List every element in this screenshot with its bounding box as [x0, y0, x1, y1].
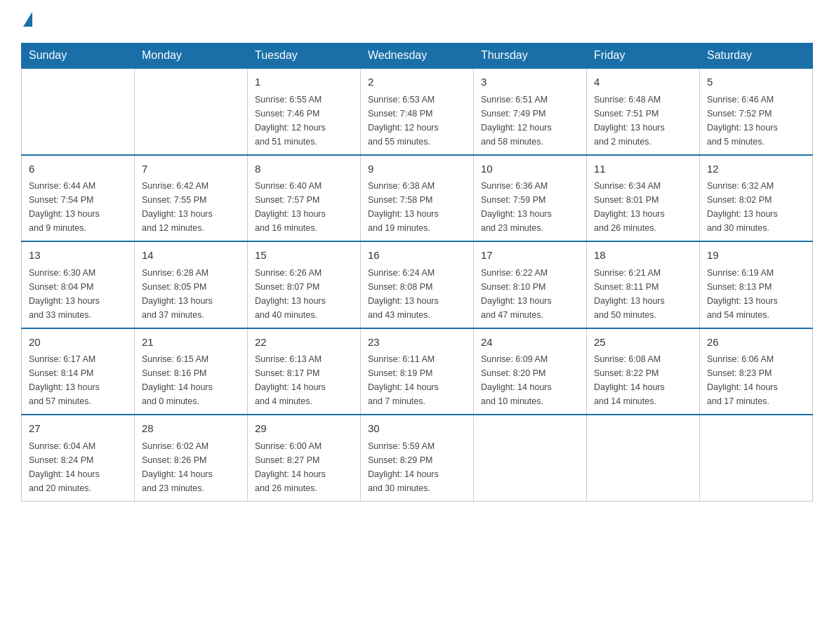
calendar-day-cell — [22, 68, 135, 155]
calendar-day-cell: 8Sunrise: 6:40 AM Sunset: 7:57 PM Daylig… — [248, 155, 361, 242]
day-info: Sunrise: 6:34 AM Sunset: 8:01 PM Dayligh… — [594, 179, 692, 235]
day-number: 23 — [368, 335, 466, 351]
calendar-day-cell: 17Sunrise: 6:22 AM Sunset: 8:10 PM Dayli… — [474, 241, 587, 328]
calendar-header-row: SundayMondayTuesdayWednesdayThursdayFrid… — [22, 43, 813, 69]
calendar-day-cell: 26Sunrise: 6:06 AM Sunset: 8:23 PM Dayli… — [700, 328, 813, 415]
day-info: Sunrise: 6:46 AM Sunset: 7:52 PM Dayligh… — [707, 93, 805, 149]
day-info: Sunrise: 6:13 AM Sunset: 8:17 PM Dayligh… — [255, 352, 353, 408]
day-info: Sunrise: 6:38 AM Sunset: 7:58 PM Dayligh… — [368, 179, 466, 235]
calendar-day-cell: 14Sunrise: 6:28 AM Sunset: 8:05 PM Dayli… — [135, 241, 248, 328]
day-info: Sunrise: 6:00 AM Sunset: 8:27 PM Dayligh… — [255, 439, 353, 495]
day-info: Sunrise: 6:15 AM Sunset: 8:16 PM Dayligh… — [142, 352, 240, 408]
day-number: 22 — [255, 335, 353, 351]
day-number: 18 — [594, 248, 692, 264]
day-info: Sunrise: 6:17 AM Sunset: 8:14 PM Dayligh… — [29, 352, 127, 408]
day-number: 3 — [481, 74, 579, 90]
calendar-day-cell: 3Sunrise: 6:51 AM Sunset: 7:49 PM Daylig… — [474, 68, 587, 155]
day-info: Sunrise: 6:48 AM Sunset: 7:51 PM Dayligh… — [594, 93, 692, 149]
calendar-header-sunday: Sunday — [22, 43, 135, 69]
day-number: 5 — [707, 74, 805, 90]
calendar-day-cell: 16Sunrise: 6:24 AM Sunset: 8:08 PM Dayli… — [361, 241, 474, 328]
day-info: Sunrise: 6:02 AM Sunset: 8:26 PM Dayligh… — [142, 439, 240, 495]
calendar-day-cell — [700, 415, 813, 501]
calendar-header-friday: Friday — [587, 43, 700, 69]
page-header — [21, 14, 813, 29]
day-number: 11 — [594, 161, 692, 177]
calendar-day-cell: 29Sunrise: 6:00 AM Sunset: 8:27 PM Dayli… — [248, 415, 361, 501]
day-number: 8 — [255, 161, 353, 177]
day-info: Sunrise: 6:53 AM Sunset: 7:48 PM Dayligh… — [368, 93, 466, 149]
day-info: Sunrise: 5:59 AM Sunset: 8:29 PM Dayligh… — [368, 439, 466, 495]
logo-triangle-icon — [23, 12, 32, 27]
day-info: Sunrise: 6:08 AM Sunset: 8:22 PM Dayligh… — [594, 352, 692, 408]
calendar-day-cell: 24Sunrise: 6:09 AM Sunset: 8:20 PM Dayli… — [474, 328, 587, 415]
day-number: 30 — [368, 421, 466, 437]
calendar-day-cell: 2Sunrise: 6:53 AM Sunset: 7:48 PM Daylig… — [361, 68, 474, 155]
calendar-day-cell: 21Sunrise: 6:15 AM Sunset: 8:16 PM Dayli… — [135, 328, 248, 415]
day-number: 24 — [481, 335, 579, 351]
day-info: Sunrise: 6:04 AM Sunset: 8:24 PM Dayligh… — [29, 439, 127, 495]
calendar-day-cell: 5Sunrise: 6:46 AM Sunset: 7:52 PM Daylig… — [700, 68, 813, 155]
calendar-day-cell: 23Sunrise: 6:11 AM Sunset: 8:19 PM Dayli… — [361, 328, 474, 415]
day-number: 13 — [29, 248, 127, 264]
day-number: 15 — [255, 248, 353, 264]
calendar-day-cell: 10Sunrise: 6:36 AM Sunset: 7:59 PM Dayli… — [474, 155, 587, 242]
calendar-week-row: 13Sunrise: 6:30 AM Sunset: 8:04 PM Dayli… — [22, 241, 813, 328]
day-number: 19 — [707, 248, 805, 264]
day-info: Sunrise: 6:24 AM Sunset: 8:08 PM Dayligh… — [368, 266, 466, 322]
day-number: 29 — [255, 421, 353, 437]
day-info: Sunrise: 6:36 AM Sunset: 7:59 PM Dayligh… — [481, 179, 579, 235]
day-number: 6 — [29, 161, 127, 177]
calendar-day-cell: 18Sunrise: 6:21 AM Sunset: 8:11 PM Dayli… — [587, 241, 700, 328]
calendar-day-cell — [587, 415, 700, 501]
calendar-day-cell: 7Sunrise: 6:42 AM Sunset: 7:55 PM Daylig… — [135, 155, 248, 242]
day-info: Sunrise: 6:06 AM Sunset: 8:23 PM Dayligh… — [707, 352, 805, 408]
calendar-day-cell: 13Sunrise: 6:30 AM Sunset: 8:04 PM Dayli… — [22, 241, 135, 328]
day-info: Sunrise: 6:26 AM Sunset: 8:07 PM Dayligh… — [255, 266, 353, 322]
calendar-day-cell: 19Sunrise: 6:19 AM Sunset: 8:13 PM Dayli… — [700, 241, 813, 328]
calendar-day-cell: 15Sunrise: 6:26 AM Sunset: 8:07 PM Dayli… — [248, 241, 361, 328]
day-number: 25 — [594, 335, 692, 351]
day-number: 14 — [142, 248, 240, 264]
calendar-day-cell — [135, 68, 248, 155]
calendar-header-monday: Monday — [135, 43, 248, 69]
day-number: 4 — [594, 74, 692, 90]
calendar-day-cell: 4Sunrise: 6:48 AM Sunset: 7:51 PM Daylig… — [587, 68, 700, 155]
calendar-week-row: 1Sunrise: 6:55 AM Sunset: 7:46 PM Daylig… — [22, 68, 813, 155]
calendar-day-cell: 9Sunrise: 6:38 AM Sunset: 7:58 PM Daylig… — [361, 155, 474, 242]
calendar-day-cell: 27Sunrise: 6:04 AM Sunset: 8:24 PM Dayli… — [22, 415, 135, 501]
calendar-header-wednesday: Wednesday — [361, 43, 474, 69]
day-number: 27 — [29, 421, 127, 437]
day-info: Sunrise: 6:21 AM Sunset: 8:11 PM Dayligh… — [594, 266, 692, 322]
calendar-day-cell: 28Sunrise: 6:02 AM Sunset: 8:26 PM Dayli… — [135, 415, 248, 501]
calendar-week-row: 6Sunrise: 6:44 AM Sunset: 7:54 PM Daylig… — [22, 155, 813, 242]
calendar-day-cell: 20Sunrise: 6:17 AM Sunset: 8:14 PM Dayli… — [22, 328, 135, 415]
day-number: 12 — [707, 161, 805, 177]
calendar-day-cell: 6Sunrise: 6:44 AM Sunset: 7:54 PM Daylig… — [22, 155, 135, 242]
calendar-header-tuesday: Tuesday — [248, 43, 361, 69]
day-number: 9 — [368, 161, 466, 177]
day-info: Sunrise: 6:55 AM Sunset: 7:46 PM Dayligh… — [255, 93, 353, 149]
day-number: 26 — [707, 335, 805, 351]
day-number: 21 — [142, 335, 240, 351]
day-info: Sunrise: 6:19 AM Sunset: 8:13 PM Dayligh… — [707, 266, 805, 322]
calendar-day-cell: 30Sunrise: 5:59 AM Sunset: 8:29 PM Dayli… — [361, 415, 474, 501]
day-info: Sunrise: 6:51 AM Sunset: 7:49 PM Dayligh… — [481, 93, 579, 149]
calendar-day-cell: 12Sunrise: 6:32 AM Sunset: 8:02 PM Dayli… — [700, 155, 813, 242]
calendar-week-row: 27Sunrise: 6:04 AM Sunset: 8:24 PM Dayli… — [22, 415, 813, 501]
calendar-header-thursday: Thursday — [474, 43, 587, 69]
calendar-day-cell: 25Sunrise: 6:08 AM Sunset: 8:22 PM Dayli… — [587, 328, 700, 415]
calendar-day-cell: 22Sunrise: 6:13 AM Sunset: 8:17 PM Dayli… — [248, 328, 361, 415]
day-info: Sunrise: 6:40 AM Sunset: 7:57 PM Dayligh… — [255, 179, 353, 235]
calendar-day-cell: 11Sunrise: 6:34 AM Sunset: 8:01 PM Dayli… — [587, 155, 700, 242]
day-info: Sunrise: 6:11 AM Sunset: 8:19 PM Dayligh… — [368, 352, 466, 408]
day-info: Sunrise: 6:09 AM Sunset: 8:20 PM Dayligh… — [481, 352, 579, 408]
day-number: 10 — [481, 161, 579, 177]
calendar-header-saturday: Saturday — [700, 43, 813, 69]
day-info: Sunrise: 6:22 AM Sunset: 8:10 PM Dayligh… — [481, 266, 579, 322]
day-number: 16 — [368, 248, 466, 264]
day-number: 2 — [368, 74, 466, 90]
calendar-week-row: 20Sunrise: 6:17 AM Sunset: 8:14 PM Dayli… — [22, 328, 813, 415]
day-number: 17 — [481, 248, 579, 264]
logo — [21, 14, 48, 29]
